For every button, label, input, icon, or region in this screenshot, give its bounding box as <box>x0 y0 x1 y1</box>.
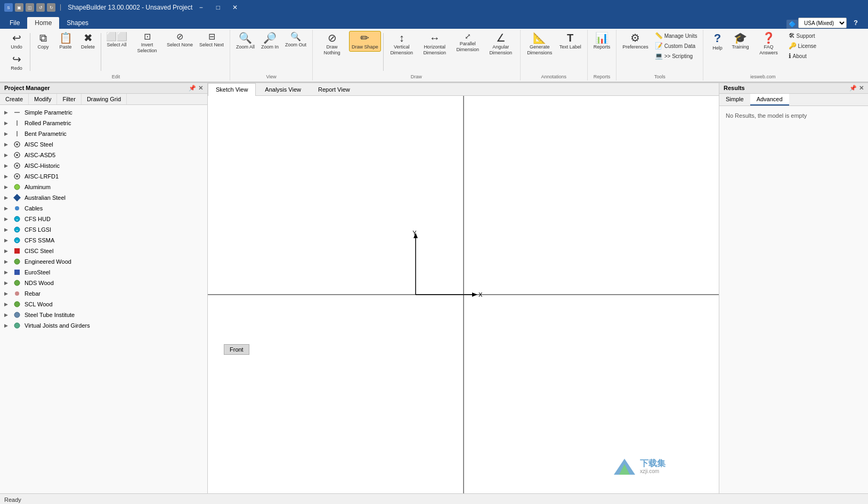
svg-text:+: + <box>16 218 18 221</box>
training-button[interactable]: 🎓 Training <box>729 31 751 52</box>
tree-item-steel-tube[interactable]: ▶ Steel Tube Institute <box>0 310 207 320</box>
pm-tab-modify[interactable]: Modify <box>29 94 57 104</box>
menu-tabs: File Home Shapes 🔷 USA (Mixed) Metric ? <box>0 15 868 29</box>
draw-buttons: ⊘ Draw Nothing ✏ Draw Shape ↕ Vertical D… <box>316 31 517 73</box>
canvas-content[interactable]: Y X Front 下载集 xzji.com <box>208 96 719 493</box>
tree-item-cfs-ssma[interactable]: ▶ + CFS SSMA <box>0 235 207 246</box>
tree-item-simple-parametric[interactable]: ▶ Simple Parametric <box>0 107 207 118</box>
reports-button[interactable]: 📊 Reports <box>591 31 613 52</box>
angular-dimension-button[interactable]: ∠ Angular Dimension <box>485 31 517 58</box>
pm-tab-create[interactable]: Create <box>0 94 29 104</box>
results-close-icon[interactable]: ✕ <box>859 85 864 92</box>
faq-answers-button[interactable]: ❓ FAQ Answers <box>753 31 785 58</box>
select-none-button[interactable]: ⊘ Select None <box>164 31 196 50</box>
tree-item-scl-wood[interactable]: ▶ SCL Wood <box>0 299 207 310</box>
ribbon-group-reports: 📊 Reports Reports <box>588 30 617 80</box>
view-tab-report[interactable]: Report View <box>310 83 358 95</box>
locale-selector[interactable]: USA (Mixed) Metric <box>798 18 847 28</box>
results-title: Results <box>724 85 745 91</box>
pm-tab-filter[interactable]: Filter <box>57 94 81 104</box>
tools-buttons: ⚙ Preferences 📏 Manage Units 📝 Custom Da… <box>620 31 700 73</box>
window-controls[interactable]: − □ ✕ <box>192 0 244 15</box>
preferences-button[interactable]: ⚙ Preferences <box>620 31 651 52</box>
tree-item-aisc-lrfd1[interactable]: ▶ AISC-LRFD1 <box>0 171 207 182</box>
tree-item-virtual-joists[interactable]: ▶ Virtual Joists and Girders <box>0 320 207 331</box>
zoom-out-button[interactable]: 🔎 Zoom Out <box>282 31 309 50</box>
copy-button[interactable]: ⧉ Copy <box>33 31 54 52</box>
svg-point-11 <box>14 184 20 190</box>
ribbon: ↩ Undo ↪ Redo ⧉ Copy 📋 Paste <box>0 29 868 83</box>
results-tab-simple[interactable]: Simple <box>719 94 750 105</box>
svg-point-8 <box>16 165 18 167</box>
vertical-dimension-button[interactable]: ↕ Vertical Dimension <box>386 31 418 58</box>
view-tab-sketch[interactable]: Sketch View <box>208 83 256 96</box>
generate-dimensions-button[interactable]: 📐 Generate Dimensions <box>524 31 556 58</box>
canvas-quadrant-tl <box>208 96 464 295</box>
results-header: Results 📌 ✕ <box>719 83 868 94</box>
tree-item-cables[interactable]: ▶ Cables <box>0 203 207 214</box>
status-text: Ready <box>4 497 21 503</box>
svg-point-10 <box>16 175 18 177</box>
minimize-button[interactable]: − <box>192 0 209 15</box>
delete-button[interactable]: ✖ Delete <box>77 31 99 52</box>
view-tab-analysis[interactable]: Analysis View <box>257 83 309 95</box>
tree-item-aisc-asd5[interactable]: ▶ AISC-ASD5 <box>0 150 207 160</box>
support-button[interactable]: 🛠 Support <box>786 31 819 40</box>
svg-point-13 <box>15 206 19 210</box>
text-label-button[interactable]: T Text Label <box>557 31 584 52</box>
tree-item-aluminum[interactable]: ▶ Aluminum <box>0 182 207 192</box>
select-next-button[interactable]: ⊟ Select Next <box>197 31 226 50</box>
tree-item-aisc-historic[interactable]: ▶ AISC-Historic <box>0 160 207 171</box>
help-button[interactable]: ? Help <box>707 31 728 53</box>
maximize-button[interactable]: □ <box>209 0 226 15</box>
edit-label: Edit <box>112 73 120 79</box>
tree-item-cfs-hud[interactable]: ▶ + CFS HUD <box>0 214 207 224</box>
scripting-button[interactable]: 💻 >> Scripting <box>652 51 700 61</box>
pm-title: Project Manager <box>4 85 50 91</box>
pm-close-icon[interactable]: ✕ <box>198 85 203 92</box>
tree-item-aisc-steel[interactable]: ▶ AISC Steel <box>0 139 207 150</box>
pm-pin-icon[interactable]: 📌 <box>189 85 196 92</box>
redo-button[interactable]: ↪ Redo <box>5 52 28 73</box>
svg-point-21 <box>14 259 20 264</box>
tree-item-rolled-parametric[interactable]: ▶ Rolled Parametric <box>0 118 207 128</box>
help-icon-btn[interactable]: ? <box>850 17 862 28</box>
pm-tab-drawing-grid[interactable]: Drawing Grid <box>82 94 127 104</box>
tree-item-nds-wood[interactable]: ▶ NDS Wood <box>0 278 207 288</box>
custom-data-button[interactable]: 📝 Custom Data <box>652 41 700 51</box>
close-button[interactable]: ✕ <box>226 0 244 15</box>
menu-tab-file[interactable]: File <box>2 17 27 29</box>
undo-button[interactable]: ↩ Undo <box>5 31 28 52</box>
about-button[interactable]: ℹ About <box>786 51 819 61</box>
annotations-label: Annotations <box>541 73 566 79</box>
paste-button[interactable]: 📋 Paste <box>55 31 76 52</box>
svg-point-23 <box>14 280 20 286</box>
tree-item-australian-steel[interactable]: ▶ Australian Steel <box>0 192 207 203</box>
results-content: No Results, the model is empty <box>719 106 868 493</box>
draw-nothing-button[interactable]: ⊘ Draw Nothing <box>316 31 348 58</box>
select-all-button[interactable]: ⬜⬜ Select All <box>103 31 130 50</box>
results-pin-icon[interactable]: 📌 <box>849 85 857 92</box>
tree-item-bent-parametric[interactable]: ▶ Bent Parametric <box>0 128 207 139</box>
tree-item-eurosteel[interactable]: ▶ EuroSteel <box>0 267 207 278</box>
tree-item-rebar[interactable]: ▶ Rebar <box>0 288 207 299</box>
front-label: Front <box>224 344 249 355</box>
menu-tab-shapes[interactable]: Shapes <box>59 17 96 29</box>
app-icon-1: S <box>4 3 13 12</box>
parallel-dimension-button[interactable]: ⤢ Parallel Dimension <box>452 31 484 54</box>
menu-tab-home[interactable]: Home <box>27 17 59 29</box>
results-tab-advanced[interactable]: Advanced <box>750 94 789 105</box>
horizontal-dimension-button[interactable]: ↔ Horizontal Dimension <box>419 31 451 58</box>
svg-text:+: + <box>16 229 18 232</box>
draw-shape-button[interactable]: ✏ Draw Shape <box>349 31 381 52</box>
tree-item-cisc-steel[interactable]: ▶ CISC Steel <box>0 246 207 256</box>
manage-units-button[interactable]: 📏 Manage Units <box>652 31 700 40</box>
tree-item-engineered-wood[interactable]: ▶ Engineered Wood <box>0 256 207 267</box>
license-button[interactable]: 🔑 License <box>786 41 819 51</box>
tree-item-cfs-lgsi[interactable]: ▶ + CFS LGSI <box>0 224 207 235</box>
app-icon-5: ↻ <box>47 3 55 12</box>
invert-selection-button[interactable]: ⊡ Invert Selection <box>131 31 163 55</box>
app-icon-2: ▣ <box>15 3 23 12</box>
zoom-all-button[interactable]: 🔍 Zoom All <box>233 31 257 52</box>
zoom-in-button[interactable]: 🔎 Zoom In <box>258 31 281 52</box>
